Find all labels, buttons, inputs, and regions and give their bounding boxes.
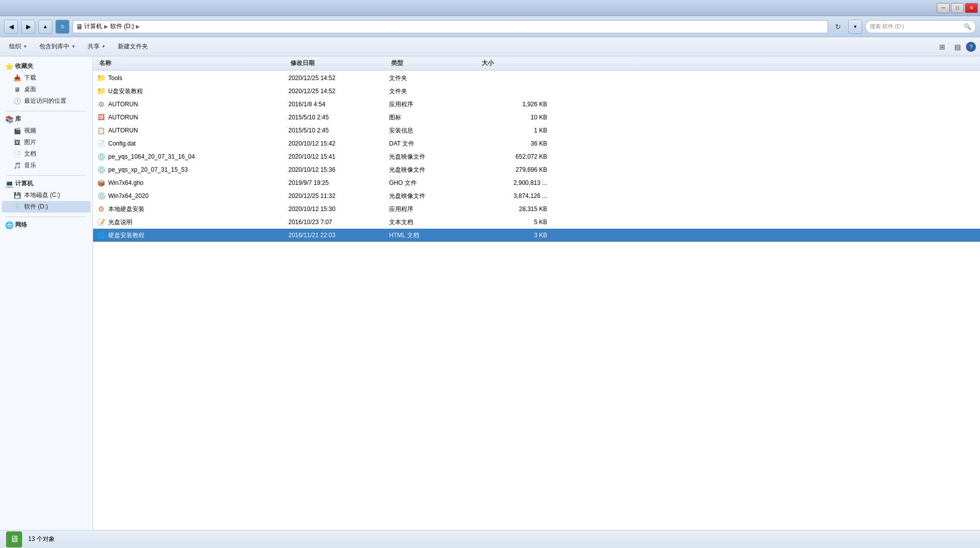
col-modified[interactable]: 修改日期 bbox=[288, 59, 389, 67]
picture-icon: 🖼 bbox=[13, 139, 21, 147]
main-layout: ⭐ 收藏夹 📥 下载 🖥 桌面 🕐 最近访问的位置 📚 库 bbox=[0, 56, 980, 530]
file-size: 279,696 KB bbox=[480, 166, 555, 173]
file-name: 📁 U盘安装教程 bbox=[97, 87, 288, 96]
file-type-label: 图标 bbox=[389, 113, 480, 122]
table-row[interactable]: 💿 pe_yqs_xp_20_07_31_15_53 2020/10/12 15… bbox=[93, 163, 980, 176]
app-status-icon: 🖥 bbox=[6, 531, 22, 547]
table-row[interactable]: 📋 AUTORUN 2015/5/10 2:45 安装信息 1 KB bbox=[93, 124, 980, 137]
include-dropdown-arrow: ▼ bbox=[71, 44, 76, 49]
file-type-label: 应用程序 bbox=[389, 205, 480, 214]
file-type-label: DAT 文件 bbox=[389, 140, 480, 148]
file-type-icon: 💿 bbox=[97, 192, 105, 200]
search-box[interactable]: 搜索 软件 (D:) 🔍 bbox=[865, 20, 976, 33]
file-type-label: 文件夹 bbox=[389, 87, 480, 96]
organize-dropdown-arrow: ▼ bbox=[23, 44, 27, 49]
sidebar-item-drive-d[interactable]: 💿 软件 (D:) bbox=[2, 201, 91, 213]
download-icon: 📥 bbox=[13, 74, 21, 82]
sidebar-item-desktop[interactable]: 🖥 桌面 bbox=[2, 84, 91, 95]
file-size: 10 KB bbox=[480, 114, 555, 121]
sidebar-item-download[interactable]: 📥 下载 bbox=[2, 72, 91, 84]
sidebar-divider-3 bbox=[6, 217, 87, 217]
dropdown-button[interactable]: ▼ bbox=[848, 20, 862, 34]
table-row[interactable]: 📁 U盘安装教程 2020/12/25 14:52 文件夹 bbox=[93, 85, 980, 98]
table-row[interactable]: 🖼 AUTORUN 2015/5/10 2:45 图标 10 KB bbox=[93, 111, 980, 124]
file-name: 💿 pe_yqs_1064_20_07_31_16_04 bbox=[97, 153, 288, 161]
file-size: 1 KB bbox=[480, 127, 555, 134]
refresh-button[interactable]: ↻ bbox=[831, 20, 845, 33]
file-date: 2019/9/7 19:25 bbox=[288, 179, 389, 186]
sidebar-item-music[interactable]: 🎵 音乐 bbox=[2, 160, 91, 171]
address-bar: ◀ ▶ ▲ ⊙ 🖥 计算机 ▶ 软件 (D:) ▶ ↻ ▼ 搜索 软件 (D:)… bbox=[0, 16, 980, 37]
file-list: 📁 Tools 2020/12/25 14:52 文件夹 📁 U盘安装教程 20… bbox=[93, 71, 980, 530]
file-date: 2020/12/25 11:32 bbox=[288, 192, 389, 199]
sidebar-item-document[interactable]: 📄 文档 bbox=[2, 148, 91, 160]
file-type-icon: 📦 bbox=[97, 179, 105, 187]
file-size: 3 KB bbox=[480, 232, 555, 239]
sidebar-item-recent[interactable]: 🕐 最近访问的位置 bbox=[2, 95, 91, 107]
table-row[interactable]: 📦 Win7x64.gho 2019/9/7 19:25 GHO 文件 2,90… bbox=[93, 176, 980, 189]
file-type-icon: 📋 bbox=[97, 126, 105, 134]
breadcrumb-drive[interactable]: 软件 (D:) bbox=[110, 22, 134, 31]
file-type-icon: 🌐 bbox=[97, 231, 105, 239]
file-name: 💿 pe_yqs_xp_20_07_31_15_53 bbox=[97, 166, 288, 174]
sidebar-network-title[interactable]: 🌐 网络 bbox=[2, 219, 91, 231]
file-type-label: 光盘映像文件 bbox=[389, 166, 480, 174]
sidebar-item-video[interactable]: 🎬 视频 bbox=[2, 125, 91, 136]
close-button[interactable]: ✕ bbox=[965, 3, 978, 13]
drive-d-icon: 💿 bbox=[13, 203, 21, 211]
col-type[interactable]: 类型 bbox=[389, 59, 480, 67]
sidebar-computer-title[interactable]: 💻 计算机 bbox=[2, 178, 91, 189]
maximize-button[interactable]: □ bbox=[951, 3, 964, 13]
file-type-icon: 💿 bbox=[97, 153, 105, 161]
breadcrumb-bar[interactable]: 🖥 计算机 ▶ 软件 (D:) ▶ bbox=[72, 20, 828, 33]
file-size: 5 KB bbox=[480, 219, 555, 226]
sidebar-favorites-title[interactable]: ⭐ 收藏夹 bbox=[2, 60, 91, 72]
drive-c-icon: 💾 bbox=[13, 191, 21, 199]
table-row[interactable]: 📁 Tools 2020/12/25 14:52 文件夹 bbox=[93, 72, 980, 85]
sidebar-item-drive-c[interactable]: 💾 本地磁盘 (C:) bbox=[2, 189, 91, 201]
up-button[interactable]: ▲ bbox=[38, 20, 52, 34]
view-toggle-button[interactable]: ▤ bbox=[951, 40, 964, 53]
file-area: 名称 修改日期 类型 大小 📁 Tools 2020/12/25 14:52 文… bbox=[93, 56, 980, 530]
file-date: 2020/10/12 15:42 bbox=[288, 140, 389, 147]
minimize-button[interactable]: ─ bbox=[937, 3, 950, 13]
sidebar-library-title[interactable]: 📚 库 bbox=[2, 113, 91, 125]
recent-locations-button[interactable]: ⊙ bbox=[55, 20, 69, 34]
table-row[interactable]: 📄 Config.dat 2020/10/12 15:42 DAT 文件 36 … bbox=[93, 137, 980, 150]
help-button[interactable]: ? bbox=[966, 42, 976, 52]
file-date: 2016/1/8 4:54 bbox=[288, 101, 389, 108]
view-options-button[interactable]: ⊞ bbox=[936, 40, 949, 53]
col-size[interactable]: 大小 bbox=[480, 59, 555, 67]
file-type-label: 应用程序 bbox=[389, 100, 480, 109]
new-folder-button[interactable]: 新建文件夹 bbox=[113, 40, 153, 54]
include-library-button[interactable]: 包含到库中 ▼ bbox=[34, 40, 81, 54]
file-type-icon: 🖼 bbox=[97, 113, 105, 121]
forward-button[interactable]: ▶ bbox=[21, 20, 35, 34]
sidebar-item-picture[interactable]: 🖼 图片 bbox=[2, 136, 91, 148]
file-type-label: HTML 文档 bbox=[389, 231, 480, 240]
breadcrumb-computer[interactable]: 🖥 计算机 bbox=[76, 22, 102, 31]
file-type-icon: 📁 bbox=[97, 87, 105, 95]
table-row[interactable]: 💿 pe_yqs_1064_20_07_31_16_04 2020/10/12 … bbox=[93, 150, 980, 163]
library-icon: 📚 bbox=[5, 115, 13, 123]
table-row[interactable]: 🌐 硬盘安装教程 2016/11/21 22:03 HTML 文档 3 KB bbox=[93, 229, 980, 242]
file-date: 2015/5/10 2:45 bbox=[288, 127, 389, 134]
file-type-label: GHO 文件 bbox=[389, 179, 480, 187]
sidebar: ⭐ 收藏夹 📥 下载 🖥 桌面 🕐 最近访问的位置 📚 库 bbox=[0, 56, 93, 530]
sidebar-section-favorites: ⭐ 收藏夹 📥 下载 🖥 桌面 🕐 最近访问的位置 bbox=[2, 60, 91, 107]
file-name: 🖼 AUTORUN bbox=[97, 113, 288, 121]
share-button[interactable]: 共享 ▼ bbox=[83, 40, 111, 54]
search-icon[interactable]: 🔍 bbox=[964, 23, 971, 30]
table-row[interactable]: 💿 Win7x64_2020 2020/12/25 11:32 光盘映像文件 3… bbox=[93, 189, 980, 202]
organize-button[interactable]: 组织 ▼ bbox=[4, 40, 32, 54]
back-button[interactable]: ◀ bbox=[4, 20, 18, 34]
table-row[interactable]: ⚙ 本地硬盘安装 2020/10/12 15:30 应用程序 28,315 KB bbox=[93, 202, 980, 216]
table-row[interactable]: 📝 光盘说明 2016/10/23 7:07 文本文档 5 KB bbox=[93, 216, 980, 229]
file-type-label: 光盘映像文件 bbox=[389, 192, 480, 200]
col-name[interactable]: 名称 bbox=[97, 59, 288, 67]
table-row[interactable]: ⚙ AUTORUN 2016/1/8 4:54 应用程序 1,926 KB bbox=[93, 98, 980, 111]
file-type-label: 文本文档 bbox=[389, 218, 480, 227]
file-date: 2016/10/23 7:07 bbox=[288, 219, 389, 226]
file-name: 📁 Tools bbox=[97, 74, 288, 82]
file-type-label: 光盘映像文件 bbox=[389, 153, 480, 161]
